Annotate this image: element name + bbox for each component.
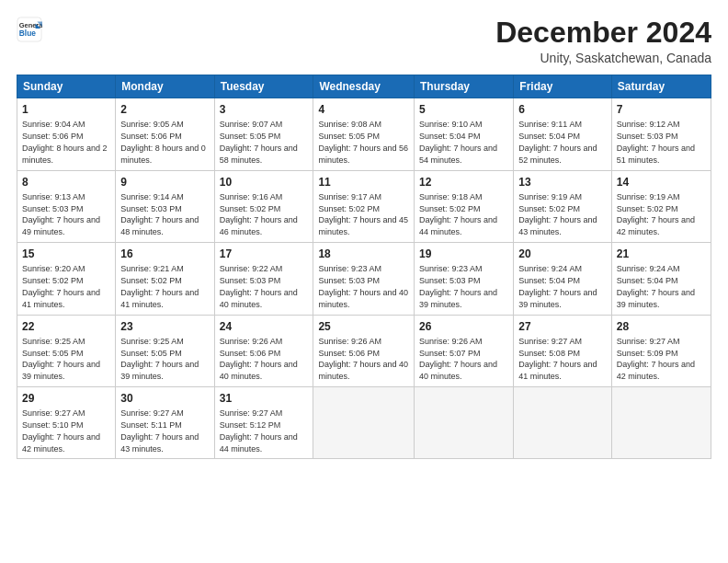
day-number: 21 [617,247,706,261]
day-number: 16 [120,247,209,261]
day-info: Sunrise: 9:11 AMSunset: 5:04 PMDaylight:… [518,120,597,164]
day-cell: 11 Sunrise: 9:17 AMSunset: 5:02 PMDaylig… [313,170,415,242]
day-number: 24 [220,319,309,334]
day-info: Sunrise: 9:27 AMSunset: 5:12 PMDaylight:… [220,408,298,453]
day-number: 29 [22,391,110,406]
day-cell: 23 Sunrise: 9:25 AMSunset: 5:05 PMDaylig… [116,315,214,386]
day-info: Sunrise: 9:26 AMSunset: 5:06 PMDaylight:… [318,337,408,381]
day-cell: 26 Sunrise: 9:26 AMSunset: 5:07 PMDaylig… [415,315,514,386]
logo: General Blue [17,17,42,42]
day-number: 7 [617,102,706,117]
day-cell: 8 Sunrise: 9:13 AMSunset: 5:03 PMDayligh… [17,170,116,242]
day-number: 30 [120,391,209,406]
day-number: 23 [120,319,209,334]
day-number: 6 [518,102,607,117]
day-number: 1 [22,102,110,117]
day-number: 18 [318,247,409,261]
day-info: Sunrise: 9:19 AMSunset: 5:02 PMDaylight:… [617,192,695,236]
day-cell: 2 Sunrise: 9:05 AMSunset: 5:06 PMDayligh… [116,98,214,170]
day-info: Sunrise: 9:20 AMSunset: 5:02 PMDaylight:… [22,264,100,308]
day-cell: 12 Sunrise: 9:18 AMSunset: 5:02 PMDaylig… [415,170,514,242]
day-info: Sunrise: 9:13 AMSunset: 5:03 PMDaylight:… [22,192,100,236]
day-info: Sunrise: 9:05 AMSunset: 5:06 PMDaylight:… [120,120,206,164]
day-info: Sunrise: 9:14 AMSunset: 5:03 PMDaylight:… [120,192,199,236]
day-number: 31 [220,391,309,406]
day-cell: 28 Sunrise: 9:27 AMSunset: 5:09 PMDaylig… [611,315,711,386]
day-info: Sunrise: 9:08 AMSunset: 5:05 PMDaylight:… [318,120,408,164]
day-info: Sunrise: 9:23 AMSunset: 5:03 PMDaylight:… [419,264,497,308]
day-info: Sunrise: 9:25 AMSunset: 5:05 PMDaylight:… [22,337,100,381]
page: General Blue December 2024 Unity, Saskat… [0,0,728,563]
day-info: Sunrise: 9:18 AMSunset: 5:02 PMDaylight:… [419,192,497,236]
col-friday: Friday [514,75,612,98]
day-info: Sunrise: 9:24 AMSunset: 5:04 PMDaylight:… [617,264,695,308]
day-cell: 24 Sunrise: 9:26 AMSunset: 5:06 PMDaylig… [214,315,313,386]
day-cell: 25 Sunrise: 9:26 AMSunset: 5:06 PMDaylig… [313,315,415,386]
day-cell: 16 Sunrise: 9:21 AMSunset: 5:02 PMDaylig… [116,243,214,315]
day-cell: 9 Sunrise: 9:14 AMSunset: 5:03 PMDayligh… [116,170,214,242]
day-info: Sunrise: 9:27 AMSunset: 5:10 PMDaylight:… [22,408,100,453]
col-tuesday: Tuesday [214,75,313,98]
day-cell: 20 Sunrise: 9:24 AMSunset: 5:04 PMDaylig… [514,243,612,315]
day-cell: 22 Sunrise: 9:25 AMSunset: 5:05 PMDaylig… [17,315,116,386]
day-cell: 18 Sunrise: 9:23 AMSunset: 5:03 PMDaylig… [313,243,415,315]
day-cell: 29 Sunrise: 9:27 AMSunset: 5:10 PMDaylig… [17,386,116,458]
day-info: Sunrise: 9:24 AMSunset: 5:04 PMDaylight:… [518,264,597,308]
col-sunday: Sunday [17,75,116,98]
day-cell: 1 Sunrise: 9:04 AMSunset: 5:06 PMDayligh… [17,98,116,170]
day-number: 19 [419,247,508,261]
day-cell [611,386,711,458]
day-cell [313,386,415,458]
title-block: December 2024 Unity, Saskatchewan, Canad… [495,17,711,65]
day-number: 13 [518,175,607,190]
day-info: Sunrise: 9:16 AMSunset: 5:02 PMDaylight:… [220,192,298,236]
day-info: Sunrise: 9:22 AMSunset: 5:03 PMDaylight:… [220,264,298,308]
day-cell: 3 Sunrise: 9:07 AMSunset: 5:05 PMDayligh… [214,98,313,170]
day-cell: 21 Sunrise: 9:24 AMSunset: 5:04 PMDaylig… [611,243,711,315]
day-cell [415,386,514,458]
day-info: Sunrise: 9:27 AMSunset: 5:09 PMDaylight:… [617,337,695,381]
day-cell: 15 Sunrise: 9:20 AMSunset: 5:02 PMDaylig… [17,243,116,315]
col-saturday: Saturday [611,75,711,98]
day-info: Sunrise: 9:25 AMSunset: 5:05 PMDaylight:… [120,337,199,381]
day-cell: 5 Sunrise: 9:10 AMSunset: 5:04 PMDayligh… [415,98,514,170]
week-row-1: 1 Sunrise: 9:04 AMSunset: 5:06 PMDayligh… [17,98,711,170]
week-row-4: 22 Sunrise: 9:25 AMSunset: 5:05 PMDaylig… [17,315,711,386]
week-row-5: 29 Sunrise: 9:27 AMSunset: 5:10 PMDaylig… [17,386,711,458]
day-info: Sunrise: 9:27 AMSunset: 5:11 PMDaylight:… [120,408,199,453]
day-cell: 10 Sunrise: 9:16 AMSunset: 5:02 PMDaylig… [214,170,313,242]
day-cell: 30 Sunrise: 9:27 AMSunset: 5:11 PMDaylig… [116,386,214,458]
week-row-2: 8 Sunrise: 9:13 AMSunset: 5:03 PMDayligh… [17,170,711,242]
day-number: 22 [22,319,110,334]
day-cell: 4 Sunrise: 9:08 AMSunset: 5:05 PMDayligh… [313,98,415,170]
col-thursday: Thursday [415,75,514,98]
day-cell: 14 Sunrise: 9:19 AMSunset: 5:02 PMDaylig… [611,170,711,242]
day-info: Sunrise: 9:12 AMSunset: 5:03 PMDaylight:… [617,120,695,164]
day-number: 20 [518,247,607,261]
day-info: Sunrise: 9:17 AMSunset: 5:02 PMDaylight:… [318,192,408,236]
day-info: Sunrise: 9:04 AMSunset: 5:06 PMDaylight:… [22,120,108,164]
day-info: Sunrise: 9:19 AMSunset: 5:02 PMDaylight:… [518,192,597,236]
day-cell [514,386,612,458]
day-number: 17 [220,247,309,261]
day-number: 4 [318,102,409,117]
day-number: 27 [518,319,607,334]
day-number: 3 [220,102,309,117]
day-number: 12 [419,175,508,190]
day-number: 11 [318,175,409,190]
day-number: 9 [120,175,209,190]
col-wednesday: Wednesday [313,75,415,98]
day-info: Sunrise: 9:26 AMSunset: 5:06 PMDaylight:… [220,337,298,381]
day-info: Sunrise: 9:07 AMSunset: 5:05 PMDaylight:… [220,120,298,164]
day-number: 28 [617,319,706,334]
month-title: December 2024 [495,17,711,49]
day-number: 2 [120,102,209,117]
day-cell: 7 Sunrise: 9:12 AMSunset: 5:03 PMDayligh… [611,98,711,170]
day-info: Sunrise: 9:26 AMSunset: 5:07 PMDaylight:… [419,337,497,381]
day-number: 14 [617,175,706,190]
calendar-table: Sunday Monday Tuesday Wednesday Thursday… [17,75,711,459]
svg-text:Blue: Blue [19,29,36,38]
day-cell: 6 Sunrise: 9:11 AMSunset: 5:04 PMDayligh… [514,98,612,170]
day-cell: 19 Sunrise: 9:23 AMSunset: 5:03 PMDaylig… [415,243,514,315]
day-info: Sunrise: 9:21 AMSunset: 5:02 PMDaylight:… [120,264,199,308]
